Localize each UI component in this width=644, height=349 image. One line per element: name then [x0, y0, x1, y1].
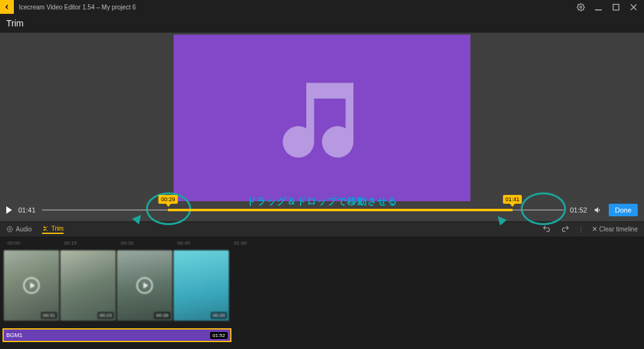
clear-timeline-button[interactable]: ✕ Clear timeline [592, 225, 638, 233]
svg-rect-2 [613, 4, 619, 10]
done-button[interactable]: Done [609, 204, 638, 216]
volume-icon[interactable] [594, 206, 602, 214]
mode-label: Trim [6, 18, 23, 28]
ruler-tick: 01:00 [234, 240, 247, 249]
tab-audio[interactable]: Audio [6, 226, 32, 233]
back-button[interactable] [0, 0, 14, 14]
current-time-label: 01:41 [18, 206, 36, 214]
title-bar: Icecream Video Editor 1.54 – My project … [0, 0, 644, 14]
play-overlay-icon [136, 277, 153, 294]
music-note-icon [275, 71, 369, 165]
clear-timeline-label: Clear timeline [599, 226, 638, 233]
svg-point-0 [579, 6, 581, 8]
gear-icon [6, 226, 13, 233]
redo-button[interactable] [561, 224, 570, 235]
play-bar: 01:41 00:29 01:41 01:52 Done [0, 201, 644, 219]
x-icon: ✕ [592, 225, 597, 233]
arrow-left-icon [3, 3, 11, 11]
clip-item[interactable]: 00:20 [174, 250, 229, 321]
play-overlay-icon [23, 277, 40, 294]
seek-track[interactable]: 00:29 01:41 [42, 209, 564, 211]
play-button[interactable] [6, 206, 12, 214]
audio-clip-name: BGM1 [6, 332, 23, 338]
ruler-tick: 00:00 [8, 240, 20, 249]
total-time-label: 01:52 [570, 206, 587, 214]
video-track[interactable]: 00:31 00:23 00:38 00:20 [4, 250, 640, 321]
clip-duration: 00:31 [41, 312, 57, 319]
trim-end-handle[interactable]: 01:41 [503, 195, 523, 204]
clip-duration: 00:20 [211, 312, 227, 319]
minimize-icon[interactable] [594, 3, 602, 11]
ruler-tick: 00:15 [64, 240, 77, 249]
maximize-icon[interactable] [611, 3, 620, 11]
clip-duration: 00:38 [154, 312, 170, 319]
ruler-tick: 00:45 [177, 240, 190, 249]
preview-canvas [174, 35, 470, 201]
undo-button[interactable] [542, 224, 551, 235]
mode-header: Trim [0, 14, 644, 33]
audio-clip[interactable]: BGM1 01:52 [4, 330, 230, 341]
preview-area: ドラッグ＆ドロップで移動させる 01:41 00:29 01:41 01:52 … [0, 33, 644, 221]
tab-trim[interactable]: Trim [42, 225, 64, 234]
audio-clip-duration: 01:52 [210, 332, 228, 339]
clip-duration: 00:23 [97, 312, 114, 319]
close-icon[interactable] [629, 3, 638, 11]
clip-item[interactable]: 00:23 [60, 250, 116, 321]
timeline-panel: 00:00 00:15 00:30 00:45 01:00 00:31 00:2… [0, 236, 644, 349]
timeline-tabbar: Audio Trim | ✕ Clear timeline [0, 221, 644, 236]
svg-rect-1 [595, 9, 602, 11]
svg-point-3 [9, 228, 11, 230]
tab-trim-label: Trim [52, 225, 64, 232]
ruler-tick: 00:30 [121, 240, 133, 249]
clip-item[interactable]: 00:38 [117, 250, 172, 321]
app-title: Icecream Video Editor 1.54 – My project … [19, 4, 576, 11]
trim-selection [168, 209, 513, 211]
clip-item[interactable]: 00:31 [4, 250, 59, 321]
tab-audio-label: Audio [16, 226, 32, 233]
svg-point-4 [7, 226, 12, 231]
settings-icon[interactable] [576, 3, 585, 11]
timeline-ruler: 00:00 00:15 00:30 00:45 01:00 [4, 240, 640, 249]
trim-start-handle[interactable]: 00:29 [158, 195, 178, 204]
scissors-icon [42, 225, 49, 232]
